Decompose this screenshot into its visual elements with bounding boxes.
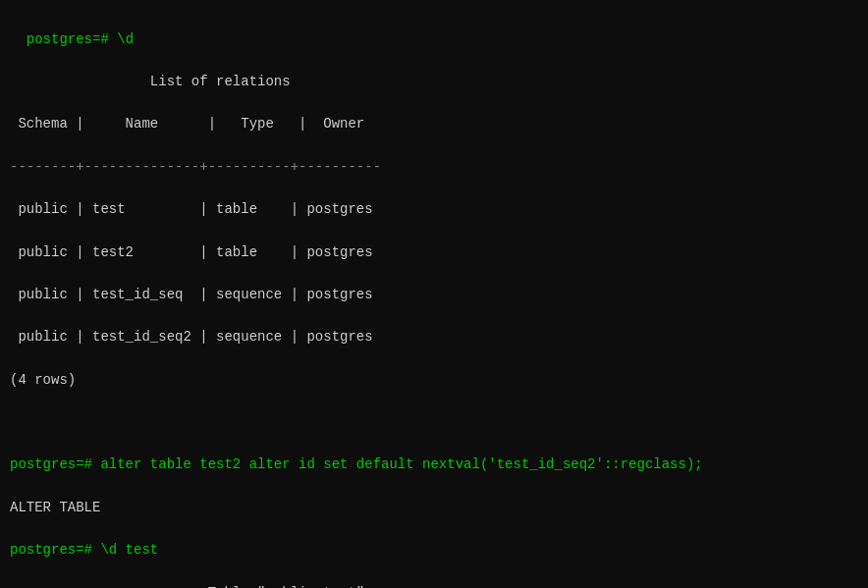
output-line-7: (4 rows) [10, 372, 76, 388]
terminal-output: postgres=# \d List of relations Schema |… [0, 0, 868, 588]
prompt-line-3: postgres=# \d test [10, 542, 158, 558]
prompt-line-2: postgres=# alter table test2 alter id se… [10, 456, 703, 472]
output-line-3: public | test | table | postgres [10, 201, 381, 217]
prompt-line-1: postgres=# \d [27, 31, 134, 47]
output-line-4: public | test2 | table | postgres [10, 244, 381, 260]
output-line-5: public | test_id_seq | sequence | postgr… [10, 287, 381, 302]
output-line-1: List of relations [10, 74, 291, 89]
separator-1: --------+--------------+----------+-----… [10, 159, 381, 175]
output-line-6: public | test_id_seq2 | sequence | postg… [10, 329, 381, 345]
output-line-2: Schema | Name | Type | Owner [10, 116, 389, 132]
table-header-1: Table "public.test" [10, 585, 364, 588]
alter-table: ALTER TABLE [10, 500, 100, 515]
